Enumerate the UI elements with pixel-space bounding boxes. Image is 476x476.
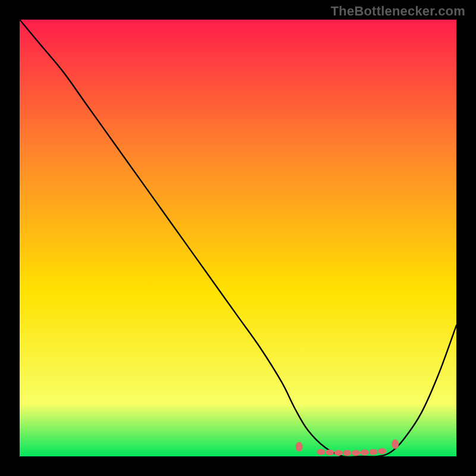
- optimal-dot: [317, 449, 325, 455]
- gradient-background: [20, 20, 456, 456]
- optimal-dot: [352, 450, 360, 456]
- optimal-dot: [378, 448, 386, 454]
- attribution-text: TheBottlenecker.com: [331, 4, 465, 19]
- optimal-dot: [392, 439, 399, 449]
- optimal-dot: [369, 449, 378, 455]
- chart-container: TheBottlenecker.com: [0, 0, 476, 476]
- optimal-dot: [361, 449, 369, 455]
- optimal-dot: [343, 450, 352, 456]
- optimal-dot: [296, 442, 303, 452]
- plot-area: [20, 20, 456, 456]
- optimal-dot: [325, 449, 334, 455]
- optimal-dot: [334, 450, 343, 456]
- bottleneck-chart: [20, 20, 456, 456]
